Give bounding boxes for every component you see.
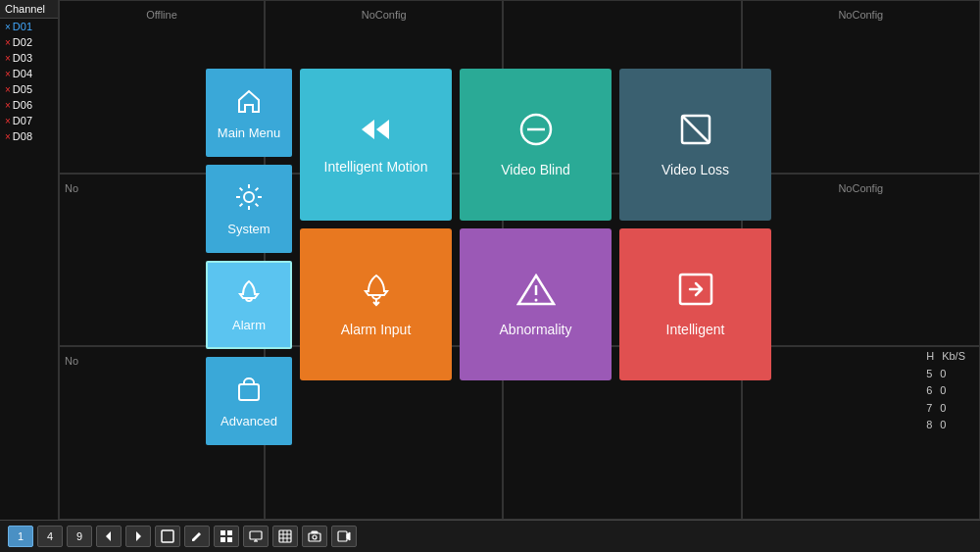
- record-button[interactable]: [331, 526, 357, 547]
- advanced-button[interactable]: Advanced: [206, 357, 292, 445]
- channel-d07[interactable]: ×D07: [0, 113, 58, 128]
- bell-down-icon: [359, 272, 394, 312]
- intelligent-motion-tile[interactable]: Intelligent Motion: [300, 69, 452, 221]
- system-button[interactable]: System: [206, 165, 292, 253]
- svg-point-0: [244, 192, 254, 202]
- svg-rect-11: [227, 530, 232, 535]
- svg-point-7: [534, 299, 537, 302]
- stats-8-value: 0: [940, 417, 946, 434]
- channel-d05[interactable]: ×D05: [0, 81, 58, 97]
- svg-rect-17: [279, 530, 291, 542]
- left-menu: Main Menu System Alarm: [206, 69, 292, 480]
- svg-line-5: [682, 116, 710, 143]
- main-menu-button[interactable]: Main Menu: [206, 69, 292, 157]
- main-content: Offline NoConfig NoConfig No NoConfig No: [59, 0, 980, 520]
- forward-icon: [357, 115, 396, 149]
- abnormality-label: Abnormality: [500, 322, 572, 337]
- stats-6-value: 0: [940, 382, 946, 400]
- right-tile-grid: Intelligent Motion Video Blind: [300, 69, 771, 480]
- fullscreen-button[interactable]: [155, 526, 180, 547]
- video-loss-label: Video Loss: [662, 162, 729, 177]
- alarm-input-tile[interactable]: Alarm Input: [300, 228, 452, 380]
- stats-7-label: 7: [926, 400, 932, 418]
- bag-icon: [234, 375, 264, 408]
- channel-d01[interactable]: ×D01: [0, 19, 58, 34]
- next-button[interactable]: [125, 526, 151, 547]
- alarm-input-label: Alarm Input: [341, 322, 412, 337]
- no-label-1: No: [65, 182, 78, 194]
- video-blind-label: Video Blind: [501, 162, 570, 177]
- alarm-button[interactable]: Alarm: [206, 261, 292, 349]
- camera-button[interactable]: [302, 526, 327, 547]
- menu-overlay: Main Menu System Alarm: [206, 69, 833, 480]
- house-icon: [234, 86, 264, 120]
- svg-rect-13: [227, 537, 232, 542]
- prev-button[interactable]: [96, 526, 122, 547]
- stats-6-label: 6: [926, 382, 932, 400]
- intelligent-tile[interactable]: Intelligent: [619, 228, 771, 380]
- intelligent-motion-label: Intelligent Motion: [324, 159, 428, 175]
- svg-rect-14: [250, 531, 262, 539]
- bottom-toolbar: 1 4 9: [0, 520, 980, 552]
- ban-icon: [678, 112, 713, 152]
- stats-7-value: 0: [940, 400, 946, 418]
- sidebar-header: Channel: [0, 0, 58, 19]
- stats-8-label: 8: [926, 417, 932, 434]
- channel-d03[interactable]: ×D03: [0, 50, 58, 66]
- offline-label: Offline: [146, 9, 177, 21]
- edit-button[interactable]: [184, 526, 210, 547]
- intelligent-label: Intelligent: [666, 322, 725, 337]
- bell-icon: [234, 278, 264, 312]
- svg-rect-12: [220, 537, 225, 542]
- stats-h-label: H: [926, 348, 934, 366]
- layout-button[interactable]: [214, 526, 239, 547]
- view-9-button[interactable]: 9: [67, 526, 92, 547]
- view-4-button[interactable]: 4: [37, 526, 63, 547]
- view-1-button[interactable]: 1: [8, 526, 33, 547]
- channel-d06[interactable]: ×D06: [0, 97, 58, 113]
- video-loss-tile[interactable]: Video Loss: [619, 69, 771, 221]
- advanced-label: Advanced: [220, 414, 277, 428]
- channel-d02[interactable]: ×D02: [0, 34, 58, 50]
- channel-sidebar: Channel ×D01 ×D02 ×D03 ×D04 ×D05 ×D06 ×D…: [0, 0, 59, 552]
- svg-rect-22: [309, 533, 320, 541]
- stats-5-value: 0: [940, 366, 946, 383]
- svg-rect-1: [239, 384, 259, 400]
- noconfig-label-1: NoConfig: [362, 9, 407, 21]
- channel-d04[interactable]: ×D04: [0, 66, 58, 81]
- stats-panel: H Kb/S 5 0 6 0 7 0 8 0: [926, 348, 965, 434]
- video-blind-tile[interactable]: Video Blind: [460, 69, 612, 221]
- stats-5-label: 5: [926, 366, 932, 383]
- abnormality-tile[interactable]: Abnormality: [460, 228, 612, 380]
- svg-rect-24: [338, 531, 347, 541]
- svg-rect-10: [220, 530, 225, 535]
- minus-circle-icon: [518, 112, 554, 152]
- svg-point-23: [313, 535, 317, 539]
- system-label: System: [227, 222, 270, 236]
- stats-header: Kb/S: [942, 348, 965, 366]
- noconfig-label-3: NoConfig: [838, 182, 883, 194]
- monitor-button[interactable]: [243, 526, 269, 547]
- svg-rect-9: [162, 530, 173, 542]
- noconfig-label-2: NoConfig: [838, 9, 883, 21]
- alarm-label: Alarm: [232, 318, 266, 332]
- no-label-2: No: [65, 355, 78, 367]
- channel-d08[interactable]: ×D08: [0, 128, 58, 144]
- grid-layout-button[interactable]: [272, 526, 298, 547]
- gear-icon: [234, 182, 264, 216]
- main-menu-label: Main Menu: [218, 125, 280, 140]
- warning-icon: [516, 272, 556, 312]
- arrow-right-box-icon: [677, 272, 714, 312]
